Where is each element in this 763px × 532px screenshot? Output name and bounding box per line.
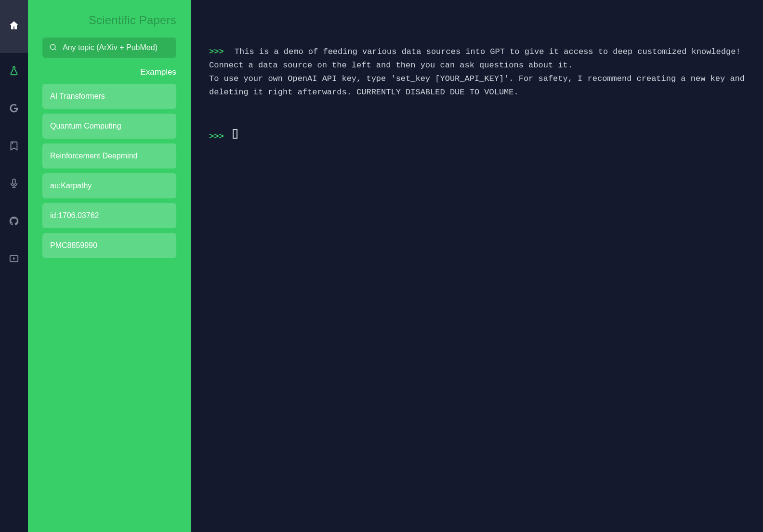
- microphone-icon: [9, 178, 19, 191]
- terminal[interactable]: >>> This is a demo of feeding various da…: [191, 0, 763, 532]
- example-button[interactable]: AI Transformers: [42, 84, 176, 109]
- prompt-symbol: >>>: [209, 130, 224, 143]
- google-icon: [9, 103, 19, 116]
- example-label: Reinforcement Deepmind: [50, 152, 137, 160]
- nav-github[interactable]: [0, 203, 28, 241]
- example-button[interactable]: PMC8859990: [42, 233, 176, 258]
- nav-home[interactable]: [0, 0, 28, 53]
- example-button[interactable]: Reinforcement Deepmind: [42, 143, 176, 169]
- flask-icon: [9, 65, 19, 78]
- example-button[interactable]: au:Karpathy: [42, 173, 176, 198]
- nav-bookmark[interactable]: [0, 128, 28, 166]
- terminal-intro-text: This is a demo of feeding various data s…: [209, 47, 750, 97]
- example-button[interactable]: Quantum Computing: [42, 114, 176, 139]
- panel-title: Scientific Papers: [42, 13, 176, 27]
- prompt-symbol: >>>: [209, 47, 224, 56]
- examples-header: Examples: [42, 67, 176, 77]
- home-icon: [8, 20, 20, 33]
- search-field[interactable]: [42, 38, 176, 58]
- search-icon: [49, 43, 58, 52]
- cursor-icon: [233, 129, 237, 139]
- example-label: au:Karpathy: [50, 182, 92, 190]
- youtube-icon: [9, 253, 19, 266]
- nav-microphone[interactable]: [0, 166, 28, 203]
- search-input[interactable]: [63, 43, 170, 52]
- app-root: Scientific Papers Examples AI Transforme…: [0, 0, 763, 532]
- terminal-input-line[interactable]: >>>: [209, 129, 745, 143]
- bookmark-icon: [9, 141, 19, 153]
- example-label: PMC8859990: [50, 241, 97, 249]
- example-button[interactable]: id:1706.03762: [42, 203, 176, 228]
- nav-papers[interactable]: [0, 53, 28, 91]
- nav-rail: [0, 0, 28, 532]
- nav-youtube[interactable]: [0, 241, 28, 278]
- terminal-intro-block: >>> This is a demo of feeding various da…: [209, 45, 745, 99]
- example-label: Quantum Computing: [50, 122, 121, 130]
- example-label: id:1706.03762: [50, 211, 99, 220]
- example-label: AI Transformers: [50, 92, 105, 100]
- sidebar-panel: Scientific Papers Examples AI Transforme…: [28, 0, 191, 532]
- nav-google[interactable]: [0, 91, 28, 128]
- github-icon: [9, 216, 19, 228]
